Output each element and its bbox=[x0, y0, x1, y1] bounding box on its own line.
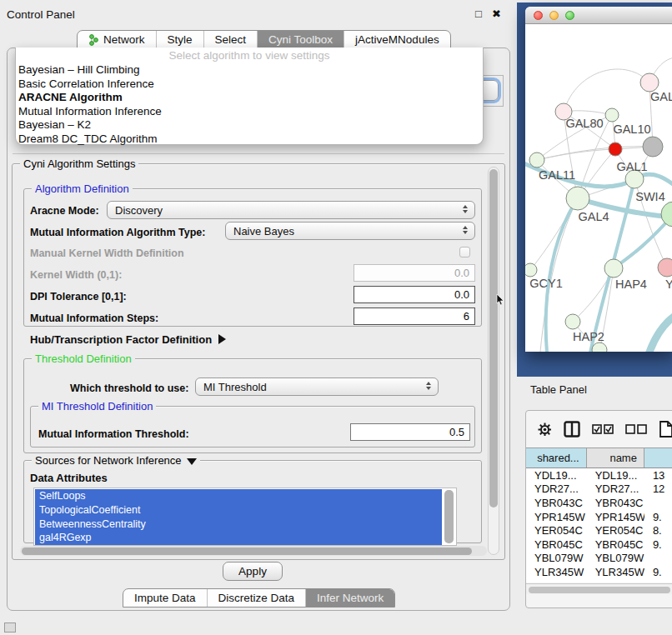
table-row[interactable]: YPR145WYPR145W9. bbox=[526, 510, 672, 524]
data-attributes-list[interactable]: SelfLoopsTopologicalCoefficientBetweenne… bbox=[33, 488, 457, 546]
close-panel-icon[interactable]: ✖ bbox=[492, 8, 501, 20]
hub-definition-toggle[interactable]: Hub/Transcription Factor Definition bbox=[30, 333, 226, 346]
data-attribute-item[interactable]: TopologicalCoefficient bbox=[35, 503, 442, 518]
data-attribute-item[interactable]: gal4RGexp bbox=[35, 531, 442, 545]
apply-button[interactable]: Apply bbox=[223, 562, 283, 581]
combo-arrows-icon bbox=[463, 205, 468, 213]
algorithm-list: Bayesian – Hill ClimbingBasic Correlatio… bbox=[16, 63, 483, 147]
aracne-mode-label: Aracne Mode: bbox=[30, 205, 99, 217]
algorithm-dropdown-placeholder: Select algorithm to view settings bbox=[16, 49, 483, 63]
table-hscrollbar-track[interactable] bbox=[526, 583, 672, 594]
sources-group-title[interactable]: Sources for Network Inference bbox=[32, 454, 200, 467]
algorithm-option[interactable]: Bayesian – K2 bbox=[16, 118, 483, 132]
tab-discretize-data[interactable]: Discretize Data bbox=[208, 589, 307, 607]
table-row[interactable]: YBR043CYBR043C bbox=[526, 496, 672, 510]
algorithm-option[interactable]: Bayesian – Hill Climbing bbox=[16, 63, 483, 78]
manual-kernel-width-checkbox[interactable] bbox=[459, 247, 470, 258]
table-row[interactable]: YBL079WYBL079W bbox=[526, 552, 672, 566]
control-panel-tabbar: NetworkStyleSelectCyni ToolboxjActiveMNo… bbox=[77, 30, 451, 49]
algorithm-option[interactable]: Mutual Information Inference bbox=[16, 105, 483, 119]
mi-algorithm-type-select[interactable]: Naive Bayes bbox=[225, 222, 475, 240]
tab-infer-network[interactable]: Infer Network bbox=[306, 589, 394, 607]
network-node[interactable] bbox=[661, 202, 672, 227]
float-window-icon[interactable]: □ bbox=[475, 8, 482, 20]
table-row[interactable]: YBR045CYBR045C9. bbox=[526, 538, 672, 552]
data-attribute-item[interactable]: BetweennessCentrality bbox=[35, 518, 442, 532]
settings-hscrollbar-thumb[interactable] bbox=[22, 548, 472, 555]
unchecked-columns-icon[interactable] bbox=[625, 424, 647, 435]
network-node[interactable] bbox=[643, 137, 663, 157]
combo-arrows-icon bbox=[426, 382, 431, 390]
gear-icon[interactable] bbox=[538, 422, 552, 437]
tab-impute-data[interactable]: Impute Data bbox=[123, 589, 208, 607]
network-node[interactable] bbox=[658, 258, 672, 277]
network-node-label: GAL80 bbox=[565, 117, 603, 130]
algorithm-option[interactable]: ARACNE Algorithm bbox=[16, 91, 483, 105]
table-column-header[interactable]: name bbox=[587, 448, 644, 468]
network-canvas[interactable]: GALGAL80GAL10GAL1GAL11SWI4GAL4GCY1HAP4YH… bbox=[525, 24, 672, 352]
dpi-tolerance-input[interactable]: 0.0 bbox=[354, 286, 475, 303]
attr-items: SelfLoopsTopologicalCoefficientBetweenne… bbox=[35, 489, 442, 545]
network-node-label: GAL11 bbox=[539, 168, 575, 182]
which-threshold-select[interactable]: MI Threshold bbox=[195, 378, 439, 396]
table-column-header[interactable]: shared... bbox=[526, 448, 587, 468]
tab-jactivemnodules[interactable]: jActiveMNodules bbox=[344, 31, 450, 48]
data-attribute-item[interactable]: SelfLoops bbox=[35, 489, 442, 503]
network-view-window[interactable]: GALGAL80GAL10GAL1GAL11SWI4GAL4GCY1HAP4YH… bbox=[525, 7, 672, 352]
settings-scrollbar-thumb[interactable] bbox=[489, 169, 498, 508]
which-threshold-label: Which threshold to use: bbox=[70, 382, 188, 394]
cyni-bottom-tabbar: Impute DataDiscretize DataInfer Network bbox=[123, 588, 395, 608]
network-node-label: HAP4 bbox=[615, 278, 647, 291]
collapsed-arrow-icon bbox=[218, 334, 226, 344]
network-window-titlebar[interactable] bbox=[525, 7, 672, 24]
attributes-scrollbar[interactable] bbox=[444, 490, 454, 543]
combo-arrows-icon bbox=[463, 226, 468, 234]
mi-steps-input[interactable]: 6 bbox=[354, 308, 475, 325]
network-edge bbox=[649, 311, 672, 352]
tab-cyni-toolbox[interactable]: Cyni Toolbox bbox=[258, 31, 344, 48]
network-node-label: GCY1 bbox=[529, 277, 563, 290]
column-view-icon[interactable] bbox=[564, 421, 580, 438]
algorithm-option[interactable]: Dream8 DC_TDC Algorithm bbox=[16, 132, 483, 147]
background-divider bbox=[13, 153, 504, 154]
network-node[interactable] bbox=[565, 314, 580, 329]
aracne-mode-select[interactable]: Discovery bbox=[107, 201, 475, 219]
table-row[interactable]: YIL052CYIL052C9. bbox=[526, 579, 672, 582]
checked-columns-icon[interactable] bbox=[592, 424, 614, 435]
dock-icon[interactable] bbox=[4, 622, 16, 632]
table-row[interactable]: YER054CYER054C8. bbox=[526, 523, 672, 538]
close-traffic-icon[interactable] bbox=[534, 11, 543, 20]
network-node[interactable] bbox=[592, 342, 607, 352]
tab-select[interactable]: Select bbox=[204, 31, 258, 48]
table-toolbar bbox=[526, 411, 672, 448]
table-header-row: shared...name bbox=[526, 448, 672, 468]
algorithm-option[interactable]: Basic Correlation Inference bbox=[16, 78, 483, 92]
zoom-traffic-icon[interactable] bbox=[565, 11, 574, 20]
network-node[interactable] bbox=[609, 142, 622, 156]
kernel-width-input[interactable]: 0.0 bbox=[354, 264, 475, 282]
network-node[interactable] bbox=[640, 73, 659, 92]
table-panel-title: Table Panel bbox=[530, 383, 587, 396]
tab-style[interactable]: Style bbox=[157, 31, 204, 48]
screen: Control Panel □ ✖ NetworkStyleSelectCyni… bbox=[0, 0, 672, 635]
table-row[interactable]: YDR27...YDR27...12 bbox=[526, 482, 672, 497]
threshold-definition-title: Threshold Definition bbox=[32, 352, 135, 365]
tab-network[interactable]: Network bbox=[78, 31, 157, 48]
network-node[interactable] bbox=[604, 259, 623, 278]
table-hscrollbar-thumb[interactable] bbox=[529, 587, 670, 593]
network-node[interactable] bbox=[525, 263, 537, 277]
network-node[interactable] bbox=[566, 187, 589, 210]
network-icon bbox=[88, 34, 99, 46]
table-row[interactable]: YDL19...YDL19...13 bbox=[526, 468, 672, 482]
network-node-label: GAL bbox=[650, 90, 672, 103]
network-edge bbox=[564, 69, 649, 112]
manual-kernel-width-label: Manual Kernel Width Definition bbox=[30, 248, 184, 259]
network-node-label: Y bbox=[665, 278, 672, 291]
network-node[interactable] bbox=[529, 152, 544, 168]
network-node[interactable] bbox=[605, 108, 619, 122]
table-row[interactable]: YLR345WYLR345W9. bbox=[526, 565, 672, 579]
table-column-header[interactable] bbox=[644, 448, 672, 468]
minimize-traffic-icon[interactable] bbox=[549, 11, 559, 20]
file-icon[interactable] bbox=[659, 421, 672, 438]
mi-threshold-input[interactable]: 0.5 bbox=[350, 423, 470, 441]
